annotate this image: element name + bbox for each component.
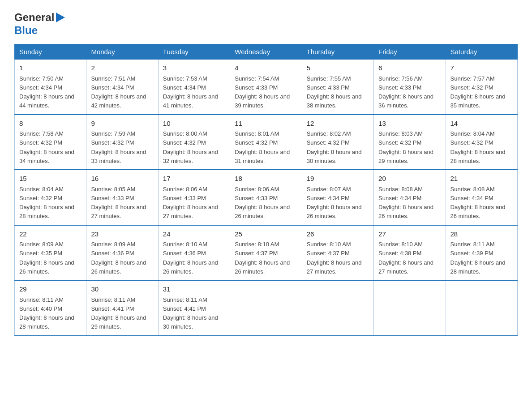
calendar-table: SundayMondayTuesdayWednesdayThursdayFrid… — [14, 44, 518, 336]
weekday-header-row: SundayMondayTuesdayWednesdayThursdayFrid… — [15, 44, 518, 60]
weekday-header-monday: Monday — [86, 44, 158, 60]
calendar-cell: 12 Sunrise: 8:02 AMSunset: 4:32 PMDaylig… — [302, 115, 373, 170]
calendar-cell: 13 Sunrise: 8:03 AMSunset: 4:32 PMDaylig… — [374, 115, 446, 170]
day-info: Sunrise: 7:50 AMSunset: 4:34 PMDaylight:… — [19, 75, 74, 109]
calendar-cell: 5 Sunrise: 7:55 AMSunset: 4:33 PMDayligh… — [302, 60, 373, 115]
day-info: Sunrise: 8:10 AMSunset: 4:38 PMDaylight:… — [378, 241, 433, 275]
calendar-cell: 29 Sunrise: 8:11 AMSunset: 4:40 PMDaylig… — [15, 280, 86, 336]
day-number: 7 — [450, 63, 513, 73]
day-number: 11 — [235, 119, 297, 129]
day-info: Sunrise: 7:54 AMSunset: 4:33 PMDaylight:… — [235, 75, 290, 109]
calendar-cell — [374, 280, 446, 336]
calendar-cell: 20 Sunrise: 8:08 AMSunset: 4:34 PMDaylig… — [374, 170, 446, 225]
calendar-cell: 11 Sunrise: 8:01 AMSunset: 4:32 PMDaylig… — [230, 115, 302, 170]
calendar-cell: 2 Sunrise: 7:51 AMSunset: 4:34 PMDayligh… — [86, 60, 158, 115]
day-info: Sunrise: 8:09 AMSunset: 4:36 PMDaylight:… — [91, 241, 146, 275]
calendar-cell: 25 Sunrise: 8:10 AMSunset: 4:37 PMDaylig… — [230, 225, 302, 281]
day-info: Sunrise: 8:03 AMSunset: 4:32 PMDaylight:… — [378, 130, 433, 164]
day-info: Sunrise: 8:04 AMSunset: 4:32 PMDaylight:… — [19, 186, 74, 220]
day-number: 1 — [19, 63, 82, 73]
day-info: Sunrise: 7:58 AMSunset: 4:32 PMDaylight:… — [19, 130, 74, 164]
day-info: Sunrise: 8:09 AMSunset: 4:35 PMDaylight:… — [19, 241, 74, 275]
calendar-cell — [302, 280, 373, 336]
calendar-cell — [230, 280, 302, 336]
day-number: 21 — [450, 174, 513, 184]
day-info: Sunrise: 8:08 AMSunset: 4:34 PMDaylight:… — [378, 186, 433, 220]
calendar-cell: 6 Sunrise: 7:56 AMSunset: 4:33 PMDayligh… — [374, 60, 446, 115]
day-info: Sunrise: 8:10 AMSunset: 4:36 PMDaylight:… — [163, 241, 218, 275]
calendar-cell: 7 Sunrise: 7:57 AMSunset: 4:32 PMDayligh… — [446, 60, 517, 115]
day-info: Sunrise: 8:11 AMSunset: 4:41 PMDaylight:… — [91, 296, 146, 330]
day-number: 5 — [307, 63, 369, 73]
logo-arrow-icon — [56, 13, 65, 24]
day-number: 31 — [163, 284, 225, 295]
calendar-cell: 17 Sunrise: 8:06 AMSunset: 4:33 PMDaylig… — [158, 170, 230, 225]
day-info: Sunrise: 8:01 AMSunset: 4:32 PMDaylight:… — [235, 130, 290, 164]
weekday-header-tuesday: Tuesday — [158, 44, 230, 60]
calendar-cell: 30 Sunrise: 8:11 AMSunset: 4:41 PMDaylig… — [86, 280, 158, 336]
week-row-4: 22 Sunrise: 8:09 AMSunset: 4:35 PMDaylig… — [15, 225, 518, 281]
calendar-cell: 10 Sunrise: 8:00 AMSunset: 4:32 PMDaylig… — [158, 115, 230, 170]
day-number: 8 — [19, 119, 82, 129]
day-info: Sunrise: 8:00 AMSunset: 4:32 PMDaylight:… — [163, 130, 218, 164]
day-number: 15 — [19, 174, 82, 184]
calendar-cell: 23 Sunrise: 8:09 AMSunset: 4:36 PMDaylig… — [86, 225, 158, 281]
weekday-header-sunday: Sunday — [15, 44, 86, 60]
day-number: 30 — [91, 284, 153, 295]
day-number: 19 — [307, 174, 369, 184]
calendar-cell: 24 Sunrise: 8:10 AMSunset: 4:36 PMDaylig… — [158, 225, 230, 281]
day-info: Sunrise: 7:56 AMSunset: 4:33 PMDaylight:… — [378, 75, 433, 109]
calendar-cell: 1 Sunrise: 7:50 AMSunset: 4:34 PMDayligh… — [15, 60, 86, 115]
day-number: 2 — [91, 63, 153, 73]
logo-general-text: General — [14, 11, 54, 24]
day-info: Sunrise: 7:53 AMSunset: 4:34 PMDaylight:… — [163, 75, 218, 109]
calendar-cell: 26 Sunrise: 8:10 AMSunset: 4:37 PMDaylig… — [302, 225, 373, 281]
day-number: 26 — [307, 229, 369, 240]
day-number: 27 — [378, 229, 441, 240]
week-row-2: 8 Sunrise: 7:58 AMSunset: 4:32 PMDayligh… — [15, 115, 518, 170]
calendar-cell: 9 Sunrise: 7:59 AMSunset: 4:32 PMDayligh… — [86, 115, 158, 170]
weekday-header-wednesday: Wednesday — [230, 44, 302, 60]
day-info: Sunrise: 8:06 AMSunset: 4:33 PMDaylight:… — [163, 186, 218, 220]
day-number: 17 — [163, 174, 225, 184]
calendar-cell: 22 Sunrise: 8:09 AMSunset: 4:35 PMDaylig… — [15, 225, 86, 281]
weekday-header-thursday: Thursday — [302, 44, 373, 60]
day-number: 24 — [163, 229, 225, 240]
calendar-cell — [446, 280, 517, 336]
day-info: Sunrise: 7:51 AMSunset: 4:34 PMDaylight:… — [91, 75, 146, 109]
day-info: Sunrise: 7:55 AMSunset: 4:33 PMDaylight:… — [307, 75, 362, 109]
day-number: 6 — [378, 63, 441, 73]
calendar-cell: 18 Sunrise: 8:06 AMSunset: 4:33 PMDaylig… — [230, 170, 302, 225]
day-info: Sunrise: 7:57 AMSunset: 4:32 PMDaylight:… — [450, 75, 506, 109]
day-info: Sunrise: 8:11 AMSunset: 4:39 PMDaylight:… — [450, 241, 506, 275]
day-info: Sunrise: 8:11 AMSunset: 4:41 PMDaylight:… — [163, 296, 218, 330]
calendar-cell: 21 Sunrise: 8:08 AMSunset: 4:34 PMDaylig… — [446, 170, 517, 225]
day-number: 22 — [19, 229, 82, 240]
day-number: 12 — [307, 119, 369, 129]
calendar-cell: 8 Sunrise: 7:58 AMSunset: 4:32 PMDayligh… — [15, 115, 86, 170]
weekday-header-friday: Friday — [374, 44, 446, 60]
calendar-cell: 4 Sunrise: 7:54 AMSunset: 4:33 PMDayligh… — [230, 60, 302, 115]
calendar-cell: 16 Sunrise: 8:05 AMSunset: 4:33 PMDaylig… — [86, 170, 158, 225]
day-info: Sunrise: 8:04 AMSunset: 4:32 PMDaylight:… — [450, 130, 506, 164]
day-number: 13 — [378, 119, 441, 129]
day-number: 10 — [163, 119, 225, 129]
calendar-cell: 31 Sunrise: 8:11 AMSunset: 4:41 PMDaylig… — [158, 280, 230, 336]
week-row-1: 1 Sunrise: 7:50 AMSunset: 4:34 PMDayligh… — [15, 60, 518, 115]
day-info: Sunrise: 8:07 AMSunset: 4:34 PMDaylight:… — [307, 186, 362, 220]
svg-marker-0 — [56, 13, 65, 22]
calendar-cell: 19 Sunrise: 8:07 AMSunset: 4:34 PMDaylig… — [302, 170, 373, 225]
logo: General Blue — [14, 11, 65, 37]
day-number: 29 — [19, 284, 82, 295]
day-number: 25 — [235, 229, 297, 240]
day-info: Sunrise: 8:06 AMSunset: 4:33 PMDaylight:… — [235, 186, 290, 220]
day-info: Sunrise: 8:10 AMSunset: 4:37 PMDaylight:… — [307, 241, 362, 275]
weekday-header-saturday: Saturday — [446, 44, 517, 60]
day-info: Sunrise: 7:59 AMSunset: 4:32 PMDaylight:… — [91, 130, 146, 164]
day-number: 18 — [235, 174, 297, 184]
day-number: 3 — [163, 63, 225, 73]
day-info: Sunrise: 8:02 AMSunset: 4:32 PMDaylight:… — [307, 130, 362, 164]
day-number: 23 — [91, 229, 153, 240]
day-info: Sunrise: 8:05 AMSunset: 4:33 PMDaylight:… — [91, 186, 146, 220]
day-number: 20 — [378, 174, 441, 184]
